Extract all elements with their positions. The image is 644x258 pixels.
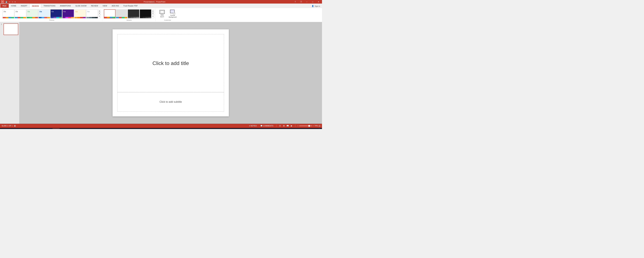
tab-slideshow[interactable]: SLIDE SHOW (73, 4, 89, 8)
comments-label: COMMENTS (263, 125, 274, 127)
main-area: 1 Click to add title Click to add subtit… (0, 22, 322, 124)
variant-1[interactable] (116, 9, 128, 18)
window-title: Presentation1 - PowerPoint (16, 1, 293, 3)
powerpoint-icon: P (1, 0, 4, 3)
reading-view-btn[interactable]: 📖 (286, 124, 290, 128)
theme-5[interactable]: Aa (62, 9, 74, 18)
minimize-btn[interactable]: ─ (304, 0, 309, 3)
taskbar-clock[interactable]: 8:36 AM 3/20/2016 (310, 129, 318, 129)
tab-insert[interactable]: INSERT (18, 4, 30, 8)
variants-scroll-down[interactable]: ▼ (152, 12, 154, 14)
tab-review[interactable]: REVIEW (89, 4, 100, 8)
save-quick-btn[interactable]: 💾 (5, 1, 8, 3)
variant-0[interactable] (104, 9, 116, 18)
theme-7[interactable]: Aa (86, 9, 98, 18)
variants-items: ▲ ▼ ▾ (104, 9, 154, 19)
variant-2[interactable] (128, 9, 139, 18)
customize-quick-btn[interactable]: ▾ (14, 1, 16, 3)
status-bar: SLIDE 1 OF 1 ⊞ ≡ NOTES 💬 COMMENTS ⊡ ⊞ 📖 … (0, 124, 322, 128)
taskbar-paint[interactable]: 🎨 (60, 128, 67, 129)
variants-group: ▲ ▼ ▾ Variants (102, 8, 156, 21)
tab-view[interactable]: VIEW (100, 4, 109, 8)
variant-3[interactable] (140, 9, 151, 18)
status-right: ≡ NOTES 💬 COMMENTS ⊡ ⊞ 📖 ▶ ─ + 74% ⊡ (248, 124, 320, 128)
title-placeholder[interactable]: Click to add title (118, 34, 224, 92)
subtitle-placeholder[interactable]: Click to add subtitle (118, 92, 224, 112)
themes-items: Aa Aa (2, 9, 101, 19)
variants-scroll-up[interactable]: ▲ (152, 10, 154, 12)
redo-btn[interactable]: ↪ (11, 1, 14, 3)
close-btn[interactable]: ✕ (316, 0, 321, 3)
themes-scroll: ▲ ▼ ▾ (98, 9, 101, 18)
slide-thumbnail[interactable] (4, 23, 18, 35)
taskbar-chrome[interactable]: 🌐 (29, 128, 36, 129)
format-background-btn[interactable]: A FormatBackground (168, 9, 178, 19)
zoom-slider[interactable] (299, 126, 312, 126)
comments-icon: 💬 (260, 125, 262, 127)
themes-expand[interactable]: ▾ (98, 14, 101, 18)
tab-home[interactable]: HOME (9, 4, 18, 8)
slideshow-btn[interactable]: ▶ (290, 124, 293, 128)
zoom-in-icon[interactable]: + (313, 125, 314, 127)
sign-in-btn[interactable]: 👤 Sign in (310, 4, 322, 8)
view-buttons: ⊡ ⊞ 📖 ▶ (278, 124, 293, 128)
comments-btn[interactable]: 💬 COMMENTS (259, 125, 274, 127)
theme-2[interactable]: Aa (26, 9, 38, 18)
theme-blank[interactable]: Aa (2, 9, 14, 18)
customize-label: Customize (164, 19, 171, 21)
quick-access-toolbar: 💾 ↩ ↪ ▾ (5, 1, 16, 3)
normal-view-btn[interactable]: ⊡ (278, 124, 282, 128)
taskbar-ie[interactable]: e (7, 128, 14, 129)
zoom-out-icon[interactable]: ─ (297, 125, 298, 127)
status-sep-1 (276, 125, 276, 127)
help-btn[interactable]: ? (293, 0, 298, 3)
slide-size-label: SlideSize ▾ (160, 14, 164, 18)
zoom-slider-thumb (308, 125, 310, 127)
slide-panel: 1 (0, 22, 20, 124)
undo-btn[interactable]: ↩ (8, 1, 11, 3)
slide-area: Click to add title Click to add subtitle (20, 22, 322, 124)
slide-number: 1 (1, 23, 3, 25)
taskbar-word[interactable]: W (45, 128, 52, 129)
slide-layout-btn[interactable]: ⊞ (14, 125, 16, 127)
tab-bar: FILE HOME INSERT DESIGN TRANSITIONS ANIM… (0, 3, 322, 8)
show-desktop-btn[interactable] (319, 128, 320, 129)
customize-items: SlideSize ▾ A FormatBackground (157, 9, 178, 19)
theme-4[interactable]: Aa (50, 9, 62, 18)
restore-btn[interactable]: ❐ (299, 0, 303, 3)
tab-animations[interactable]: ANIMATIONS (58, 4, 73, 8)
notes-btn[interactable]: ≡ NOTES (248, 125, 258, 127)
themes-label: Themes (49, 19, 54, 21)
format-bg-icon: A (170, 10, 175, 14)
zoom-area: ─ + 74% ⊡ (297, 125, 320, 127)
maximize-btn[interactable]: □ (310, 0, 315, 3)
tab-file[interactable]: FILE (0, 4, 9, 8)
theme-1[interactable]: Aa (14, 9, 26, 18)
tab-foxit[interactable]: Foxit Reader PDF (121, 4, 140, 8)
taskbar-start[interactable]: ⊞ (1, 128, 6, 129)
taskbar-right: ▲ 📶 🔊 8:36 AM 3/20/2016 (302, 128, 321, 129)
fit-to-window-btn[interactable]: ⊡ (318, 125, 320, 127)
tab-transitions[interactable]: TRANSITIONS (41, 4, 58, 8)
sign-in-label: Sign in (314, 5, 320, 7)
title-placeholder-text: Click to add title (152, 60, 189, 66)
variants-expand[interactable]: ▾ (152, 14, 154, 18)
themes-scroll-down[interactable]: ▼ (98, 12, 101, 14)
taskbar-powerpoint[interactable]: P (52, 128, 60, 129)
tab-design[interactable]: DESIGN (30, 4, 41, 8)
theme-6[interactable]: Aa (74, 9, 86, 18)
themes-section: Aa Aa (2, 9, 101, 18)
variants-section: ▲ ▼ ▾ (104, 9, 154, 18)
status-left: SLIDE 1 OF 1 ⊞ (2, 125, 16, 127)
tab-addins[interactable]: ADD-INS (109, 4, 121, 8)
taskbar-time-display: 8:36 AM (310, 129, 318, 129)
slide-canvas: Click to add title Click to add subtitle (112, 29, 229, 117)
taskbar-aftereffects[interactable]: Ae (38, 128, 45, 129)
taskbar-firefox[interactable]: 🦊 (22, 128, 29, 129)
taskbar-folder[interactable]: 📁 (14, 128, 21, 129)
ribbon-content: Aa Aa (0, 8, 322, 22)
slide-size-btn[interactable]: SlideSize ▾ (157, 9, 167, 18)
themes-scroll-up[interactable]: ▲ (98, 10, 101, 12)
slide-sorter-btn[interactable]: ⊞ (282, 124, 286, 128)
theme-3[interactable]: Aa (38, 9, 50, 18)
